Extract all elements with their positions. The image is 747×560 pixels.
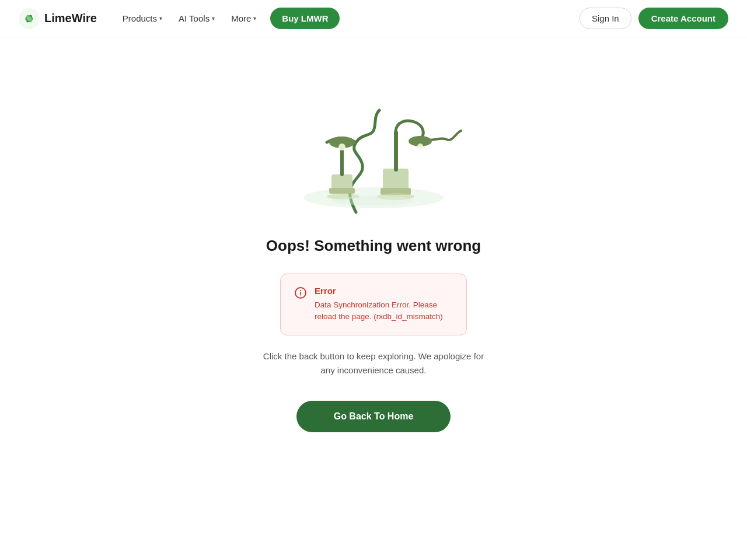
nav-right: Sign In Create Account bbox=[580, 8, 728, 29]
error-description: Click the back button to keep exploring.… bbox=[263, 349, 484, 377]
error-label: Error bbox=[315, 286, 452, 296]
buy-lmwr-button[interactable]: Buy LMWR bbox=[270, 8, 340, 29]
logo-link[interactable]: LimeWire bbox=[19, 8, 97, 29]
nav-item-ai-tools[interactable]: AI Tools ▾ bbox=[172, 9, 222, 28]
svg-rect-10 bbox=[329, 188, 355, 194]
nav-item-products[interactable]: Products ▾ bbox=[116, 9, 169, 28]
nav-links: Products ▾ AI Tools ▾ More ▾ Buy LMWR bbox=[116, 8, 580, 29]
main-content: Oops! Something went wrong Error Data Sy… bbox=[0, 37, 747, 456]
error-message: Data Synchronization Error. Please reloa… bbox=[315, 299, 452, 323]
svg-point-24 bbox=[300, 290, 301, 291]
nav-item-more[interactable]: More ▾ bbox=[224, 9, 263, 28]
more-chevron-icon: ▾ bbox=[253, 15, 256, 22]
svg-rect-16 bbox=[394, 131, 398, 172]
error-info-icon bbox=[295, 287, 306, 302]
svg-point-13 bbox=[338, 144, 345, 150]
nav-products-label: Products bbox=[123, 13, 157, 23]
navbar: LimeWire Products ▾ AI Tools ▾ More ▾ Bu… bbox=[0, 0, 747, 37]
sign-in-button[interactable]: Sign In bbox=[580, 8, 631, 29]
error-card-content: Error Data Synchronization Error. Please… bbox=[315, 286, 452, 323]
svg-rect-23 bbox=[300, 292, 301, 296]
go-back-button[interactable]: Go Back To Home bbox=[296, 401, 451, 432]
svg-point-21 bbox=[333, 196, 414, 205]
nav-more-label: More bbox=[231, 13, 251, 23]
error-illustration bbox=[280, 84, 467, 218]
create-account-button[interactable]: Create Account bbox=[638, 8, 728, 29]
ai-tools-chevron-icon: ▾ bbox=[212, 15, 215, 22]
logo-text: LimeWire bbox=[44, 12, 97, 25]
error-heading: Oops! Something went wrong bbox=[266, 237, 481, 255]
products-chevron-icon: ▾ bbox=[159, 15, 162, 22]
svg-point-7 bbox=[27, 16, 32, 21]
error-card: Error Data Synchronization Error. Please… bbox=[280, 274, 467, 335]
svg-point-18 bbox=[417, 144, 423, 149]
nav-ai-tools-label: AI Tools bbox=[179, 13, 210, 23]
logo-icon bbox=[19, 8, 40, 29]
